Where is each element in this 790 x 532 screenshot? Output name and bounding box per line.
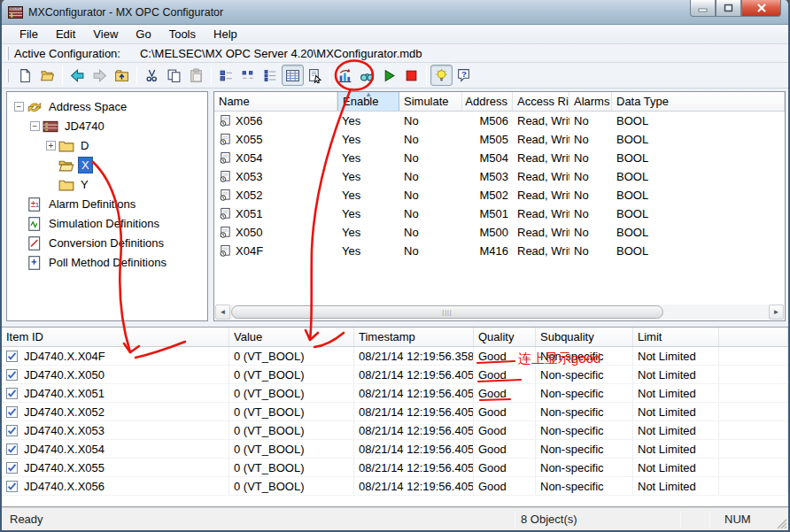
tree-item-y[interactable]: Y [7, 174, 207, 194]
tree-item-d[interactable]: +D [7, 135, 207, 155]
cell-filler [719, 366, 788, 383]
tree-item-alarm-definitions[interactable]: ±1Alarm Definitions [7, 194, 207, 213]
tree-item-x[interactable]: X [7, 155, 207, 174]
tag-row[interactable]: X054YesNoM504Read, WriteNoBOOL [214, 149, 785, 167]
tree-item-label: JD4740 [62, 119, 107, 134]
address-space-icon [27, 99, 43, 114]
help-button[interactable]: ? [453, 65, 475, 86]
monitor-button[interactable] [356, 65, 378, 86]
row-checkbox[interactable] [6, 443, 18, 455]
back-button[interactable] [66, 65, 89, 86]
view-small-icons-button[interactable] [237, 65, 259, 86]
tree-item-poll-method-definitions[interactable]: Poll Method Definitions [7, 252, 207, 272]
app-icon: MXOPC [8, 5, 23, 19]
row-checkbox[interactable] [6, 388, 18, 399]
resize-grip[interactable] [771, 508, 788, 530]
toolbar-separator [136, 66, 137, 85]
cell-alarms: No [569, 242, 612, 260]
toolbar-grip[interactable] [6, 69, 9, 82]
monitor-row[interactable]: JD4740.X.X0540 (VT_BOOL)08/21/14 12:19:5… [2, 440, 788, 459]
view-large-icons-button[interactable] [215, 65, 237, 86]
view-list-button[interactable] [259, 65, 282, 86]
monitor-row[interactable]: JD4740.X.X0560 (VT_BOOL)08/21/14 12:19:5… [2, 477, 788, 496]
row-checkbox[interactable] [6, 369, 18, 381]
scroll-left-button[interactable]: ◄ [215, 305, 230, 320]
monitor-column-header-ts[interactable]: Timestamp [354, 328, 474, 346]
view-details-button[interactable] [282, 65, 304, 86]
cell-filler [719, 403, 788, 420]
menu-file[interactable]: File [11, 26, 47, 42]
scroll-right-button[interactable]: ► [769, 305, 784, 320]
row-checkbox[interactable] [6, 481, 18, 492]
row-checkbox[interactable] [6, 462, 18, 474]
open-button[interactable] [36, 65, 58, 86]
play-icon [382, 68, 397, 83]
monitor-column-header-val[interactable]: Value [229, 328, 354, 346]
minimize-button[interactable] [690, 0, 716, 17]
start-button[interactable] [378, 65, 400, 86]
cut-button[interactable] [141, 65, 163, 86]
monitor-row[interactable]: JD4740.X.X0510 (VT_BOOL)08/21/14 12:19:5… [2, 384, 788, 403]
statistics-button[interactable] [334, 65, 356, 86]
tag-row[interactable]: X056YesNoM506Read, WriteNoBOOL [214, 112, 785, 130]
tree-item-jd4740[interactable]: −JD4740 [7, 116, 207, 135]
tag-column-header-sim[interactable]: Simulate [399, 92, 462, 111]
menu-tools[interactable]: Tools [160, 26, 205, 42]
tag-column-header-type[interactable]: Data Type [612, 92, 785, 111]
paste-button[interactable] [185, 65, 207, 86]
scrollbar-thumb[interactable]: |||| [231, 305, 663, 319]
tag-column-header-name[interactable]: Name [214, 92, 337, 111]
maximize-button[interactable] [716, 0, 741, 17]
tag-column-header-access[interactable]: Access Ri... [513, 92, 569, 111]
new-button[interactable] [14, 65, 36, 86]
tree-expander[interactable]: − [30, 121, 40, 131]
tag-column-header-addr[interactable]: Address [462, 92, 513, 111]
monitor-column-header-sub[interactable]: Subquality [536, 328, 633, 346]
tag-row[interactable]: X055YesNoM505Read, WriteNoBOOL [214, 130, 785, 149]
tag-row[interactable]: X051YesNoM501Read, WriteNoBOOL [214, 204, 785, 223]
close-button[interactable] [741, 0, 781, 17]
tree-item-simulation-definitions[interactable]: Simulation Definitions [7, 213, 207, 233]
monitor-column-header-lim[interactable]: Limit [633, 328, 719, 346]
stop-button[interactable] [400, 65, 422, 86]
tag-row[interactable]: X050YesNoM500Read, WriteNoBOOL [214, 223, 785, 242]
monitor-panel: Item IDValueTimestampQualitySubqualityLi… [2, 327, 788, 507]
help-icon: ? [456, 68, 471, 83]
monitor-row[interactable]: JD4740.X.X0520 (VT_BOOL)08/21/14 12:19:5… [2, 403, 788, 421]
cell-filler [719, 421, 788, 439]
monitor-row[interactable]: JD4740.X.X0550 (VT_BOOL)08/21/14 12:19:5… [2, 459, 788, 477]
forward-button[interactable] [89, 65, 111, 86]
cell-limit: Not Limited [633, 459, 719, 476]
menu-view[interactable]: View [84, 26, 127, 42]
monitor-row[interactable]: JD4740.X.X04F0 (VT_BOOL)08/21/14 12:19:5… [2, 347, 788, 366]
forward-arrow-icon [92, 68, 107, 83]
copy-button[interactable] [163, 65, 185, 86]
tag-row[interactable]: X04FYesNoM416Read, WriteNoBOOL [214, 242, 785, 260]
cell-limit: Not Limited [633, 384, 719, 402]
monitor-row[interactable]: JD4740.X.X0500 (VT_BOOL)08/21/14 12:19:5… [2, 366, 788, 384]
tree-expander[interactable]: + [46, 141, 56, 150]
monitor-column-header-id[interactable]: Item ID [2, 328, 229, 346]
properties-button[interactable] [304, 65, 326, 86]
row-checkbox[interactable] [6, 425, 18, 436]
cell-item_id: JD4740.X.X054 [2, 440, 229, 458]
scrollbar-track[interactable]: |||| [230, 305, 769, 320]
tips-button[interactable] [430, 65, 453, 86]
tag-row[interactable]: X053YesNoM503Read, WriteNoBOOL [214, 167, 785, 186]
menu-help[interactable]: Help [205, 26, 246, 42]
bar-grip[interactable] [6, 47, 9, 60]
tree-item-conversion-definitions[interactable]: Conversion Definitions [7, 233, 207, 252]
row-checkbox[interactable] [6, 351, 18, 362]
up-level-button[interactable] [111, 65, 133, 86]
menu-edit[interactable]: Edit [47, 26, 84, 42]
tag-column-header-enable[interactable]: Enable▴ [337, 92, 399, 111]
tree-expander[interactable]: − [14, 102, 24, 112]
menu-go[interactable]: Go [127, 26, 159, 42]
tag-row[interactable]: X052YesNoM502Read, WriteNoBOOL [214, 186, 785, 204]
tree-item-address-space[interactable]: −Address Space [7, 96, 207, 116]
monitor-column-header-q[interactable]: Quality [474, 328, 536, 346]
row-checkbox[interactable] [6, 406, 18, 418]
tag-column-header-alarms[interactable]: Alarms [569, 92, 612, 111]
up-folder-icon [114, 68, 129, 83]
monitor-row[interactable]: JD4740.X.X0530 (VT_BOOL)08/21/14 12:19:5… [2, 421, 788, 440]
